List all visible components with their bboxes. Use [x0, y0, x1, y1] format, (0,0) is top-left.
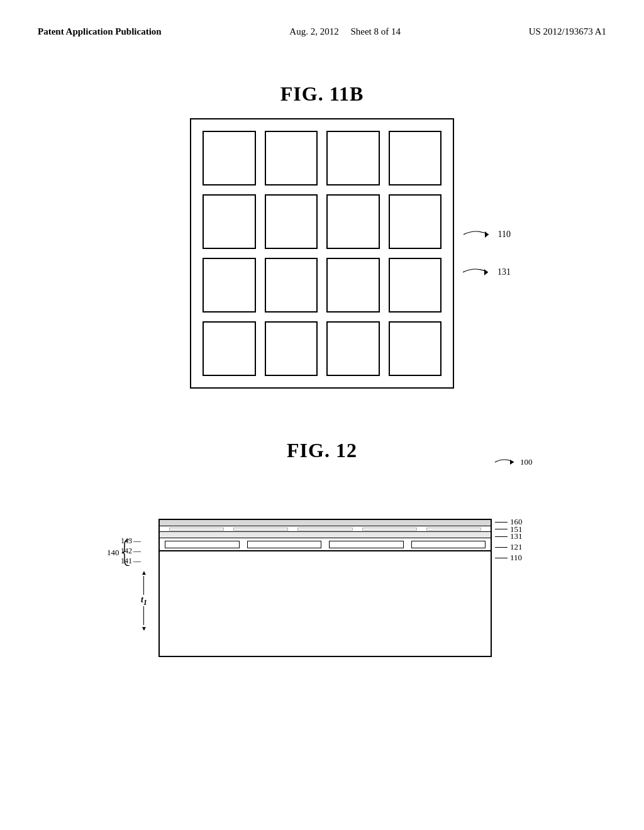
rect-121-1 [165, 541, 240, 548]
grid-cell-1-4 [389, 131, 442, 185]
cell-151-3 [297, 528, 352, 531]
brace-140 [121, 540, 132, 566]
grid-cell-2-2 [265, 194, 318, 249]
fig11b-title: FIG. 11B [280, 82, 364, 106]
svg-marker-0 [485, 231, 489, 238]
arrow-131-svg [463, 263, 497, 282]
line-160 [495, 522, 508, 523]
sheet-info: Sheet 8 of 14 [350, 26, 401, 36]
line-131 [495, 536, 508, 537]
header-center: Aug. 2, 2012 Sheet 8 of 14 [289, 25, 401, 38]
grid-cell-1-3 [326, 131, 380, 185]
rect-121-4 [411, 541, 486, 548]
grid-cell-4-4 [389, 321, 442, 376]
rect-121-3 [329, 541, 404, 548]
label-110-fig12-row: 110 [495, 555, 523, 561]
t1-arrow-group: ▲ t1 ▼ [141, 569, 147, 632]
label-121: 121 [510, 542, 523, 552]
grid-cell-4-1 [203, 321, 256, 376]
cell-151-2 [233, 528, 288, 531]
label-121-row: 121 [495, 541, 523, 553]
layer-160 [160, 520, 491, 526]
patent-number: US 2012/193673 A1 [529, 26, 606, 36]
label-131-row: 131 [495, 533, 523, 540]
grid-cell-3-3 [326, 258, 380, 313]
main-content: FIG. 11B [0, 51, 644, 531]
line-121 [495, 547, 508, 548]
layer-151-cells [166, 527, 484, 531]
fig12-right-labels: 160 151 131 121 110 [495, 519, 523, 561]
header-left: Patent Application Publication [38, 25, 162, 38]
label-131: 131 [497, 267, 511, 277]
label-140-group: 140 [107, 540, 132, 566]
fig12-diagram [158, 519, 492, 657]
label-110-group: 110 [464, 225, 511, 244]
layer-121 [160, 538, 491, 551]
arrow-down-indicator: ▼ [141, 625, 147, 632]
layer-151 [160, 526, 491, 532]
label-110: 110 [498, 230, 511, 240]
label-100: 100 [520, 457, 533, 467]
grid-cell-4-3 [326, 321, 380, 376]
grid-cell-2-3 [326, 194, 380, 249]
fig11b-wrapper: 110 131 [190, 118, 454, 395]
grid-cell-2-1 [203, 194, 256, 249]
layer-100-base [160, 551, 491, 656]
label-140: 140 [107, 548, 119, 558]
label-100-group: 100 [495, 456, 533, 468]
line-151 [495, 529, 508, 529]
fig12-title: FIG. 12 [287, 439, 357, 462]
grid-cell-1-2 [265, 131, 318, 185]
grid-cell-2-4 [389, 194, 442, 249]
arrow-up-indicator: ▲ [141, 569, 147, 576]
fig11b-grid [190, 118, 454, 389]
page-header: Patent Application Publication Aug. 2, 2… [0, 0, 644, 51]
line-110 [495, 558, 508, 558]
cell-151-1 [169, 528, 224, 531]
arrow-110-svg [464, 225, 498, 244]
svg-marker-2 [510, 460, 514, 465]
grid-cell-3-4 [389, 258, 442, 313]
grid-cell-4-2 [265, 321, 318, 376]
layer-131 [160, 532, 491, 538]
publication-date: Aug. 2, 2012 [289, 26, 338, 36]
cell-151-4 [362, 528, 417, 531]
publication-title: Patent Application Publication [38, 26, 162, 36]
label-110-fig12: 110 [510, 553, 522, 563]
label-131-group: 131 [463, 263, 511, 282]
arrow-100-svg [495, 456, 520, 468]
cell-151-5 [426, 528, 481, 531]
t1-line-bottom [143, 606, 144, 625]
svg-marker-1 [484, 269, 488, 275]
grid-cell-1-1 [203, 131, 256, 185]
grid-cell-3-2 [265, 258, 318, 313]
t1-label: t1 [141, 595, 147, 607]
t1-line [143, 576, 144, 595]
grid-cell-3-1 [203, 258, 256, 313]
rect-121-2 [247, 541, 322, 548]
header-right: US 2012/193673 A1 [529, 25, 606, 38]
label-131-fig12: 131 [510, 531, 523, 541]
